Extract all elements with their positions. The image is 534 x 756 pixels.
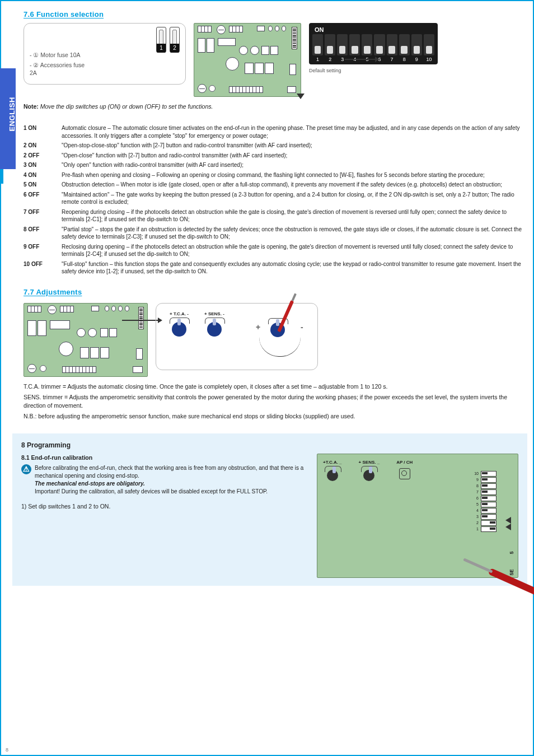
fuse-acc-rating: 2A — [30, 69, 37, 77]
arrow-down-icon — [297, 94, 305, 99]
warning-text-1: Before calibrating the end-of-run, check… — [35, 465, 303, 479]
page-footer: 8 — [6, 747, 8, 753]
sens-trimmer-label: + SENS. - — [204, 311, 224, 316]
control-board-diagram-2 — [24, 303, 148, 377]
dip-switch-function-list: 1 ONAutomatic closure – The automatic cl… — [24, 124, 524, 276]
trimmer-diagram: + T.C.A. - + SENS. - + - — [156, 303, 318, 370]
section-7-7-heading: 7.7 Adjustments — [24, 288, 524, 296]
section-8-1-heading: 8.1 End-of-run calibration — [21, 454, 306, 462]
tca-description: T.C.A. trimmer = Adjusts the automatic c… — [24, 382, 524, 391]
dip-default-caption: Default setting — [309, 68, 438, 73]
dip-note: Note: Move the dip switches up (ON) or d… — [24, 102, 524, 111]
dip-switch-panel: ON 12 34 56 78 910 — [309, 23, 438, 73]
warning-icon: ⚠ — [21, 464, 31, 474]
minus-sign: - — [301, 323, 303, 332]
tca-trimmer-label: + T.C.A. - — [170, 311, 189, 316]
terminal-5e-label: 5E — [508, 569, 514, 575]
warning-text-2: The mechanical end-stops are obligatory. — [35, 480, 145, 487]
section-7-6-heading: 7.6 Function selection — [24, 10, 524, 18]
board-corner-diagram: +T.C.A. _ + SENS. _ AP / CH — [317, 454, 518, 578]
sens-label: + SENS. _ — [359, 460, 380, 465]
terminal-5-label: 5 — [508, 548, 514, 554]
plus-sign: + — [256, 323, 260, 332]
dip-switch-vertical: 10 9 8 7 6 5 4 3 2 1 — [473, 471, 502, 533]
sens-description: SENS. trimmer = Adjusts the amperometric… — [24, 393, 524, 410]
fuse-acc-label: - ② Accessories fuse — [30, 61, 85, 69]
apch-label: AP / CH — [396, 460, 413, 465]
dip-on-label: ON — [312, 26, 434, 33]
sens-note: N.B.: before adjusting the amperometric … — [24, 412, 524, 421]
fuse-motor-label: - ① Motor fuse 10A — [30, 51, 81, 59]
programming-section: 8 Programming 8.1 End-of-run calibration… — [12, 433, 527, 586]
step-1: 1) Set dip switches 1 and 2 to ON. — [21, 502, 306, 511]
fuse-diagram: 1 2 - ① Motor fuse 10A - ② Accessories f… — [24, 23, 186, 85]
warning-text-3: Important! During the calibration, all s… — [35, 488, 268, 494]
language-tab: ENGLISH — [0, 68, 16, 169]
section-8-heading: 8 Programming — [21, 441, 518, 449]
tab-accent — [0, 169, 3, 184]
control-board-diagram — [194, 23, 301, 97]
tca-label: +T.C.A. _ — [323, 460, 342, 465]
document-page: ENGLISH 7.6 Function selection 1 2 - ① M… — [0, 0, 534, 756]
arrow-icon — [345, 59, 378, 60]
